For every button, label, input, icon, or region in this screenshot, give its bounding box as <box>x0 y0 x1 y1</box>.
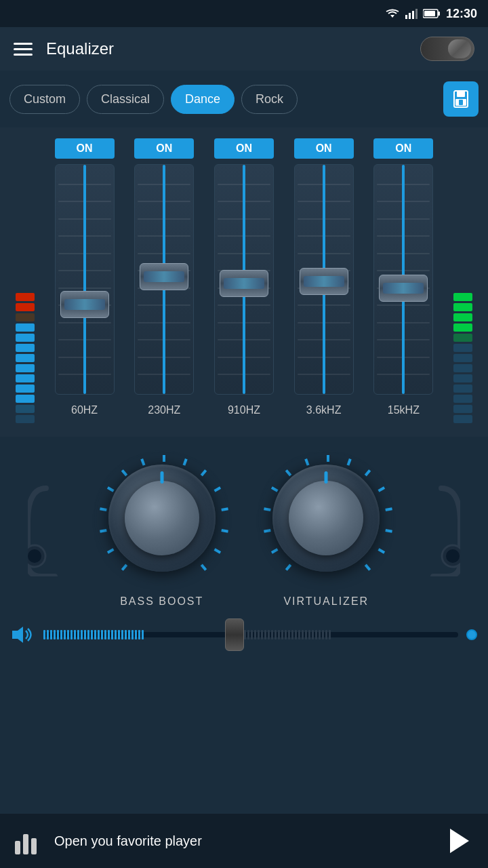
band-label-15khz: 15kHZ <box>388 404 420 416</box>
svg-line-33 <box>272 488 278 491</box>
svg-rect-9 <box>457 91 465 97</box>
svg-point-45 <box>446 549 460 563</box>
preset-rock[interactable]: Rock <box>241 85 298 114</box>
svg-line-28 <box>201 565 205 570</box>
status-icons: 12:30 <box>385 7 477 21</box>
vu-meter-right <box>449 138 476 423</box>
volume-max-indicator <box>466 629 477 640</box>
player-prompt: Open you favorite player <box>54 833 434 849</box>
knob-indicator-bass <box>160 471 163 484</box>
slider-track-230hz[interactable] <box>134 164 194 395</box>
svg-line-17 <box>100 509 106 510</box>
eq-band-230hz: ON 230HZ <box>130 138 198 416</box>
svg-line-31 <box>264 530 271 532</box>
virtualizer-ring[interactable] <box>258 450 394 586</box>
band-toggle-3600hz[interactable]: ON <box>294 138 354 159</box>
svg-line-25 <box>221 509 228 510</box>
svg-rect-1 <box>405 15 407 19</box>
svg-line-43 <box>366 565 370 570</box>
svg-line-24 <box>214 488 220 491</box>
band-toggle-15khz[interactable]: ON <box>373 138 433 159</box>
app-title: Equalizer <box>46 39 114 58</box>
svg-rect-49 <box>31 838 37 854</box>
status-time: 12:30 <box>446 7 477 21</box>
slider-track-3600hz[interactable] <box>294 164 354 395</box>
svg-line-32 <box>264 509 271 510</box>
svg-marker-0 <box>390 15 394 18</box>
svg-line-16 <box>100 530 106 532</box>
svg-line-30 <box>272 549 278 553</box>
toggle-knob <box>448 39 471 58</box>
svg-line-20 <box>142 459 144 465</box>
svg-line-23 <box>201 470 205 475</box>
virtualizer-label: VIRTUALIZER <box>283 595 369 608</box>
svg-line-35 <box>306 459 308 465</box>
svg-line-18 <box>108 488 114 491</box>
volume-icon <box>11 624 35 646</box>
band-toggle-910hz[interactable]: ON <box>214 138 274 159</box>
band-label-910hz: 910HZ <box>228 404 260 416</box>
preset-custom[interactable]: Custom <box>9 85 80 114</box>
eq-band-15khz: ON 15kHZ <box>369 138 437 416</box>
headphone-left-icon <box>28 481 65 576</box>
header-left: Equalizer <box>14 39 114 58</box>
svg-line-14 <box>122 565 126 570</box>
hamburger-line <box>14 54 33 56</box>
svg-line-26 <box>221 530 228 532</box>
svg-line-37 <box>348 459 350 465</box>
band-toggle-230hz[interactable]: ON <box>134 138 194 159</box>
play-button[interactable] <box>445 826 474 856</box>
headphone-right-icon <box>423 481 460 576</box>
volume-slider[interactable]: /* rendered statically below */ <box>43 632 458 637</box>
virtualizer-knob-inner <box>289 481 363 555</box>
band-toggle-60hz[interactable]: ON <box>55 138 115 159</box>
header: Equalizer <box>0 27 488 71</box>
eq-controls: ON 60HZ ON <box>7 138 481 423</box>
bass-boost-knob-body[interactable] <box>108 465 216 572</box>
hamburger-line <box>14 48 33 50</box>
battery-icon <box>423 9 441 18</box>
band-label-3600hz: 3.6kHZ <box>306 404 342 416</box>
eq-band-60hz: ON 60HZ <box>51 138 119 416</box>
volume-empty-ticks <box>230 628 438 642</box>
bass-boost-ring[interactable]: /* ticks rendered below */ <box>94 450 230 586</box>
menu-button[interactable] <box>14 43 33 56</box>
bottom-eq-icon <box>14 827 43 854</box>
eq-band-910hz: ON 910HZ <box>210 138 278 416</box>
svg-rect-7 <box>424 11 435 16</box>
band-label-230hz: 230HZ <box>148 404 180 416</box>
bass-boost-label: BASS BOOST <box>120 595 203 608</box>
preset-classical[interactable]: Classical <box>87 85 164 114</box>
equalizer-section: ON 60HZ ON <box>0 127 488 437</box>
slider-track-15khz[interactable] <box>373 164 433 395</box>
bass-boost-control: /* ticks rendered below */ <box>94 450 230 608</box>
svg-point-13 <box>28 549 41 563</box>
preset-dance[interactable]: Dance <box>171 85 235 114</box>
svg-rect-2 <box>409 13 411 19</box>
slider-track-910hz[interactable] <box>214 164 274 395</box>
svg-line-39 <box>379 488 385 491</box>
bottom-bar: Open you favorite player <box>0 814 488 868</box>
volume-handle[interactable] <box>225 618 244 651</box>
knobs-section: /* ticks rendered below */ <box>0 437 488 614</box>
virtualizer-knob-body[interactable] <box>272 465 380 572</box>
save-icon <box>451 90 470 108</box>
save-preset-button[interactable] <box>443 81 479 117</box>
eq-band-3600hz: ON 3.6kHZ <box>290 138 358 416</box>
slider-track-60hz[interactable] <box>55 164 115 395</box>
play-triangle-icon <box>450 829 469 853</box>
svg-line-34 <box>287 470 291 475</box>
svg-line-27 <box>214 549 220 553</box>
svg-rect-48 <box>23 834 28 854</box>
volume-section: /* rendered statically below */ <box>0 614 488 655</box>
svg-line-40 <box>386 509 392 510</box>
svg-line-29 <box>287 565 291 570</box>
volume-fill-ticks <box>43 628 235 642</box>
svg-rect-47 <box>15 841 20 854</box>
signal-icon <box>405 8 418 19</box>
equalizer-toggle[interactable] <box>420 37 474 61</box>
svg-line-22 <box>184 459 186 465</box>
svg-line-19 <box>122 470 126 475</box>
svg-marker-46 <box>12 627 23 643</box>
virtualizer-control: VIRTUALIZER <box>258 450 394 608</box>
